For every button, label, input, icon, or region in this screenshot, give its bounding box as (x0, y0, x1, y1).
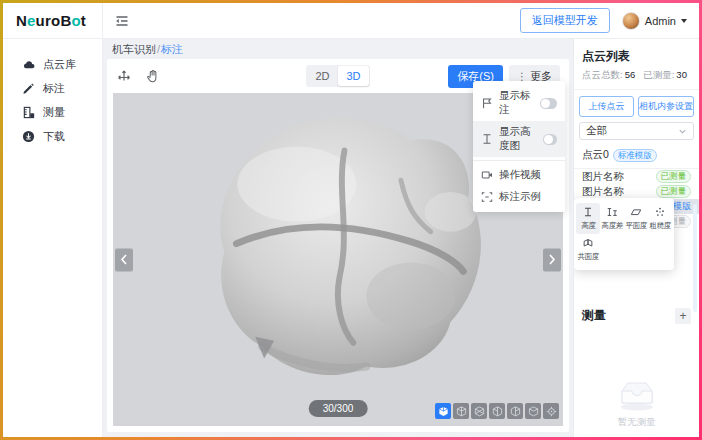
app-window: NeuroBot 返回模型开发 Admin 点云库 (0, 0, 702, 440)
view-cube-front-button[interactable] (453, 403, 469, 419)
menu-item-tutorial-video[interactable]: 操作视频 (473, 164, 565, 186)
image-row[interactable]: 图片名称 已测量 (574, 184, 699, 199)
measure-section-header: 测量 + (574, 307, 699, 324)
view-cube-default-button[interactable] (435, 403, 451, 419)
next-image-button[interactable] (543, 248, 561, 271)
show-heightmap-toggle[interactable] (543, 134, 557, 145)
measure-icon (22, 106, 35, 119)
breadcrumb-separator: / (157, 43, 160, 55)
measure-title: 测量 (582, 307, 606, 324)
more-dropdown-menu: 显示标注 显示高度图 操作视频 标注示例 (473, 81, 565, 212)
back-to-model-dev-button[interactable]: 返回模型开发 (520, 8, 610, 33)
height-diff-icon (606, 206, 618, 218)
logo: NeuroBot (3, 3, 103, 38)
tool-height[interactable]: 高度 (576, 203, 600, 234)
download-icon (22, 130, 35, 143)
pan-hand-icon[interactable] (145, 68, 160, 84)
status-badge: 已测量 (656, 170, 692, 183)
sidebar-item-measure[interactable]: 测量 (3, 100, 102, 124)
view-3d-button[interactable]: 3D (338, 66, 369, 86)
filter-value: 全部 (586, 124, 607, 138)
pen-icon (22, 82, 35, 95)
avatar (622, 12, 640, 30)
video-icon (481, 169, 493, 181)
view-cube-back-button[interactable] (471, 403, 487, 419)
coplanarity-icon (582, 237, 594, 249)
pointcloud-name: 点云0 (582, 148, 609, 162)
pointcloud-item[interactable]: 点云0 标准模版 (574, 146, 699, 169)
cube-wire-icon (528, 406, 539, 417)
view-2d-button[interactable]: 2D (307, 66, 338, 86)
cube-wire-icon (474, 406, 485, 417)
status-badge: 已测量 (656, 185, 692, 198)
cloud-icon (22, 58, 35, 71)
view-cube-top-button[interactable] (525, 403, 541, 419)
app-body: 点云库 标注 测量 下载 机车识别 / 标注 (3, 39, 699, 437)
caret-down-icon (681, 19, 687, 23)
template-tag: 标准模版 (613, 149, 657, 162)
crosshair-icon (546, 406, 557, 417)
cube-icon (438, 406, 449, 417)
user-menu[interactable]: Admin (622, 12, 687, 30)
menu-divider (473, 160, 565, 161)
chevron-left-icon (120, 254, 128, 266)
sidebar: 点云库 标注 测量 下载 (3, 39, 103, 437)
vertical-dots-icon: ⋮ (517, 71, 527, 82)
breadcrumb: 机车识别 / 标注 (107, 39, 569, 59)
header: NeuroBot 返回模型开发 Admin (3, 3, 699, 39)
sidebar-collapse-icon[interactable] (115, 14, 129, 28)
view-mode-toggle: 2D 3D (306, 65, 370, 87)
view-cube-left-button[interactable] (489, 403, 505, 419)
upload-pointcloud-button[interactable]: 上传点云 (579, 96, 634, 117)
move-tool-icon[interactable] (116, 68, 132, 84)
prev-image-button[interactable] (115, 248, 133, 271)
pointcloud-panel: 点云列表 点云总数:56 已测量:30 上传点云 相机内参设置 全部 点云0 标… (573, 39, 699, 437)
menu-item-annotation-example[interactable]: 标注示例 (473, 186, 565, 208)
show-annotations-toggle[interactable] (540, 98, 557, 109)
camera-intrinsics-button[interactable]: 相机内参设置 (638, 96, 694, 117)
breadcrumb-current: 标注 (161, 42, 183, 57)
empty-text: 暂无测量 (618, 416, 656, 429)
sidebar-item-download[interactable]: 下载 (3, 124, 102, 148)
chevron-down-icon (678, 127, 687, 136)
panel-title: 点云列表 (574, 39, 699, 69)
view-orientation-buttons (435, 403, 559, 419)
viewer-tools (116, 68, 160, 84)
panel-stats: 点云总数:56 已测量:30 (574, 69, 699, 90)
image-name: 图片名称 (582, 185, 624, 199)
user-name: Admin (645, 15, 676, 27)
height-ibeam-icon (481, 133, 493, 145)
add-measurement-button[interactable]: + (675, 308, 691, 324)
menu-item-show-heightmap[interactable]: 显示高度图 (473, 121, 565, 157)
flag-icon (481, 97, 493, 109)
filter-select[interactable]: 全部 (579, 122, 694, 140)
cube-wire-icon (510, 406, 521, 417)
panel-buttons: 上传点云 相机内参设置 (574, 90, 699, 122)
panel-scrollbar[interactable] (693, 204, 697, 312)
tool-roughness[interactable]: 粗糙度 (648, 203, 672, 234)
image-row[interactable]: 图片名称 已测量 (574, 169, 699, 184)
tool-coplanarity[interactable]: 共面度 (576, 234, 600, 265)
flatness-icon (630, 206, 642, 218)
logo-gear-icon: o (71, 12, 80, 29)
tool-height-difference[interactable]: 高度差 (600, 203, 624, 234)
empty-box-icon (614, 373, 660, 413)
main-area: 机车识别 / 标注 (103, 39, 573, 437)
view-cube-right-button[interactable] (507, 403, 523, 419)
frame-icon (481, 191, 493, 203)
header-main: 返回模型开发 Admin (103, 3, 699, 38)
menu-item-show-annotations[interactable]: 显示标注 (473, 85, 565, 121)
reset-view-button[interactable] (543, 403, 559, 419)
measured-count: 已测量:30 (643, 69, 687, 82)
logo-gear-icon: e (27, 12, 36, 29)
header-right: 返回模型开发 Admin (520, 8, 687, 33)
total-count: 点云总数:56 (582, 69, 635, 82)
cube-wire-icon (492, 406, 503, 417)
measure-tool-palette: 高度 高度差 平面度 粗糙度 共面度 (574, 198, 674, 270)
image-name: 图片名称 (582, 170, 624, 184)
sidebar-item-annotate[interactable]: 标注 (3, 76, 102, 100)
logo-text: NeuroBot (16, 12, 86, 29)
breadcrumb-parent[interactable]: 机车识别 (112, 42, 156, 57)
tool-flatness[interactable]: 平面度 (624, 203, 648, 234)
sidebar-item-pointcloud-library[interactable]: 点云库 (3, 52, 102, 76)
